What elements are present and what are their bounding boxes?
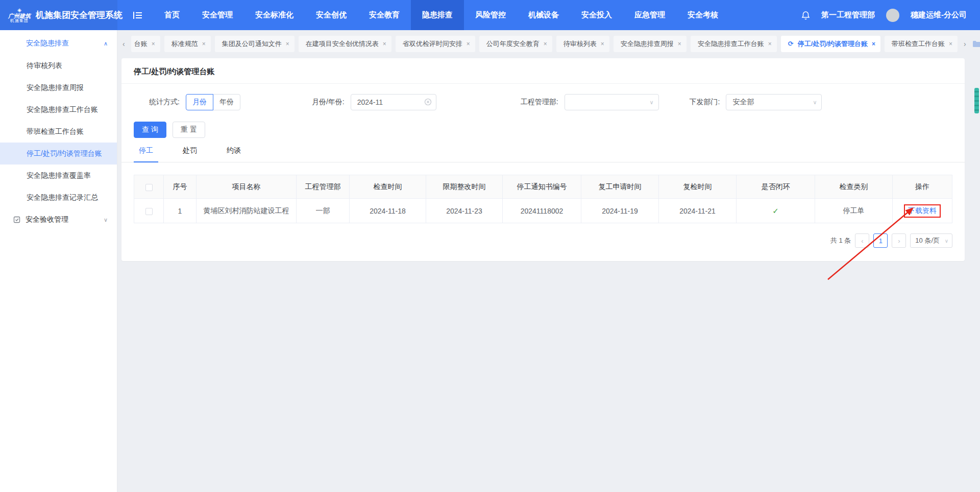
department-label[interactable]: 第一工程管理部: [821, 10, 875, 20]
tab-interview[interactable]: 约谈: [222, 146, 246, 162]
nav-item-standardization[interactable]: 安全标准化: [244, 0, 305, 30]
tab-label: 标准规范: [172, 39, 198, 49]
nav-item-safety-mgmt[interactable]: 安全管理: [191, 0, 244, 30]
nav-item-excellence[interactable]: 安全创优: [305, 0, 358, 30]
close-icon[interactable]: ×: [872, 40, 875, 48]
row-checkbox[interactable]: [145, 208, 153, 215]
sidebar-item-work-ledger[interactable]: 安全隐患排查工作台账: [0, 99, 117, 121]
tab-stop-work[interactable]: 停工: [134, 146, 158, 162]
open-tab-active[interactable]: ⟳ 停工/处罚/约谈管理台账 ×: [781, 36, 880, 52]
sidebar-group-hazard-check[interactable]: 安全隐患排查 ∧: [0, 32, 117, 55]
sidebar-item-weekly-report[interactable]: 安全隐患排查周报: [0, 77, 117, 99]
clear-icon[interactable]: [424, 98, 432, 106]
nav-item-home[interactable]: 首页: [153, 0, 191, 30]
close-icon[interactable]: ×: [467, 40, 470, 48]
cell-dept: 一部: [297, 199, 350, 223]
stat-mode-month-button[interactable]: 月份: [186, 94, 213, 110]
nav-item-education[interactable]: 安全教育: [358, 0, 411, 30]
cell-project: 黄埔区刘村消防站建设工程: [197, 199, 297, 223]
main-area: ‹ 台账 × 标准规范 × 集团及公司通知文件 × 在建项目安全创优情况表 × …: [117, 30, 980, 492]
sidebar: 安全隐患排查 ∧ 待审核列表 安全隐患排查周报 安全隐患排查工作台账 带班检查工…: [0, 30, 117, 492]
stat-mode-label: 统计方式:: [149, 98, 180, 107]
open-tab[interactable]: 安全隐患排查工作台账 ×: [691, 36, 777, 52]
tab-label: 停工/处罚/约谈管理台账: [798, 39, 868, 49]
select-all-checkbox[interactable]: [145, 184, 153, 191]
close-icon[interactable]: ×: [286, 40, 289, 48]
period-input-wrap: [351, 94, 436, 110]
open-tab[interactable]: 安全隐患排查周报 ×: [614, 36, 687, 52]
tab-label: 台账: [134, 39, 148, 49]
topbar: ◈ 广州建筑 机施集团 机施集团安全管理系统 首页 安全管理 安全标准化 安全创…: [0, 0, 980, 30]
sidebar-item-stop-penalty-ledger[interactable]: 停工/处罚/约谈管理台账: [0, 143, 117, 165]
check-icon: ✓: [772, 206, 779, 215]
refresh-icon[interactable]: ⟳: [788, 40, 794, 48]
highlight-box: 下载资料: [904, 204, 941, 218]
bell-icon[interactable]: [801, 11, 810, 20]
sidebar-item-pending-review[interactable]: 待审核列表: [0, 55, 117, 77]
open-tab[interactable]: 省双优检评时间安排 ×: [396, 36, 475, 52]
sidebar-item-shift-check-ledger[interactable]: 带班检查工作台账: [0, 121, 117, 143]
query-button[interactable]: 查 询: [134, 122, 166, 138]
nav-item-hazard-check[interactable]: 隐患排查: [411, 0, 464, 30]
chevron-down-icon: ∨: [650, 99, 654, 106]
header-project: 项目名称: [197, 175, 297, 199]
cell-check-type: 停工单: [815, 199, 893, 223]
next-page-icon[interactable]: ›: [892, 233, 906, 248]
period-input[interactable]: [351, 94, 436, 110]
tabs-scroll-left-icon[interactable]: ‹: [120, 40, 127, 48]
close-icon[interactable]: ×: [601, 40, 604, 48]
prev-page-icon[interactable]: ‹: [855, 233, 869, 248]
open-tab[interactable]: 待审核列表 ×: [556, 36, 609, 52]
close-icon[interactable]: ×: [152, 40, 155, 48]
download-link[interactable]: 下载资料: [908, 206, 937, 215]
nav-item-machinery[interactable]: 机械设备: [517, 0, 570, 30]
issue-dept-select[interactable]: 安全部 ∨: [726, 94, 822, 110]
close-icon[interactable]: ×: [383, 40, 386, 48]
nav-item-emergency[interactable]: 应急管理: [623, 0, 676, 30]
open-tab[interactable]: 在建项目安全创优情况表 ×: [299, 36, 391, 52]
period-label: 月份/年份:: [312, 98, 345, 107]
reset-button[interactable]: 重 置: [173, 122, 205, 138]
close-icon[interactable]: ×: [768, 40, 772, 48]
sidebar-item-coverage-rate[interactable]: 安全隐患排查覆盖率: [0, 165, 117, 186]
table-row: 1 黄埔区刘村消防站建设工程 一部 2024-11-18 2024-11-23 …: [134, 199, 952, 223]
dept-select[interactable]: ∨: [565, 94, 659, 110]
open-tab[interactable]: 带班检查工作台账 ×: [885, 36, 958, 52]
chevron-down-icon: ∨: [104, 217, 108, 223]
page-size-select[interactable]: 10 条/页 ∨: [910, 233, 952, 248]
content-card: 停工/处罚/约谈管理台账 统计方式: 月份 年份 月份/年份:: [121, 58, 965, 261]
ledger-table: 序号 项目名称 工程管理部 检查时间 限期整改时间 停工通知书编号 复工申请时间…: [134, 175, 952, 223]
edge-widget[interactable]: [974, 88, 979, 113]
avatar[interactable]: [886, 9, 899, 22]
tab-penalty[interactable]: 处罚: [178, 146, 202, 162]
open-tab[interactable]: 台账 ×: [131, 36, 160, 52]
nav-item-assessment[interactable]: 安全考核: [676, 0, 729, 30]
close-icon[interactable]: ×: [949, 40, 952, 48]
cell-notice-no: 20241118002: [503, 199, 581, 223]
menu-fold-icon[interactable]: [122, 0, 153, 30]
open-tab[interactable]: 集团及公司通知文件 ×: [215, 36, 295, 52]
tab-label: 待审核列表: [564, 39, 597, 49]
user-name[interactable]: 穗建运维-分公司: [911, 10, 967, 20]
tab-label: 集团及公司通知文件: [222, 39, 282, 49]
nav-item-risk-control[interactable]: 风险管控: [464, 0, 517, 30]
header-select-all: [134, 175, 164, 199]
close-icon[interactable]: ×: [544, 40, 547, 48]
nav-item-investment[interactable]: 安全投入: [570, 0, 623, 30]
header-action: 操作: [893, 175, 952, 199]
open-tab[interactable]: 标准规范 ×: [164, 36, 211, 52]
pagination: 共 1 条 ‹ 1 › 10 条/页 ∨: [121, 223, 965, 248]
sidebar-item-record-summary[interactable]: 安全隐患排查记录汇总: [0, 186, 117, 208]
issue-dept-label: 下发部门:: [690, 98, 720, 107]
open-tab[interactable]: 公司年度安全教育 ×: [479, 36, 552, 52]
close-icon[interactable]: ×: [202, 40, 206, 48]
total-count: 共 1 条: [830, 236, 851, 245]
tabs-scroll-right-icon[interactable]: ›: [962, 40, 968, 48]
close-icon[interactable]: ×: [678, 40, 681, 48]
folder-icon[interactable]: [972, 40, 980, 48]
sidebar-group-acceptance-mgmt[interactable]: 安全验收管理 ∨: [0, 208, 117, 231]
stat-mode-year-button[interactable]: 年份: [213, 94, 240, 110]
filter-stat-mode: 统计方式: 月份 年份: [149, 94, 240, 110]
current-page-button[interactable]: 1: [873, 233, 888, 248]
sidebar-group-label: 安全隐患排查: [26, 39, 99, 48]
